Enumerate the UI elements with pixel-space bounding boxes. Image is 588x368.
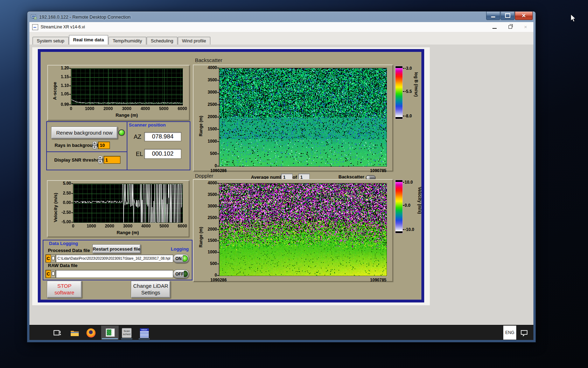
- stop-line2: software: [55, 289, 75, 296]
- ascope-x-tick: 2000: [100, 106, 116, 111]
- background-controls-box: Renew background now Rays in background …: [46, 121, 127, 152]
- off-led-icon: [184, 271, 188, 277]
- doppler-y-tick: 500: [200, 261, 217, 266]
- doppler-x-start: 1090286: [210, 278, 227, 282]
- backscatter-heatmap: [219, 68, 387, 167]
- app-close-button[interactable]: ×: [524, 24, 527, 29]
- maximize-icon: [505, 13, 510, 18]
- tab-strip: System setup Real time data Temp/humidit…: [29, 32, 533, 45]
- doppler-y-tick: 3000: [200, 204, 217, 209]
- snr-spinner[interactable]: [98, 156, 103, 164]
- processed-drive-box[interactable]: C: [46, 254, 51, 263]
- velocity-y-tick: 2.50: [54, 191, 71, 196]
- app-restore-button[interactable]: [509, 25, 512, 29]
- backscatter-title: Backscatter: [195, 57, 222, 63]
- file-explorer-button[interactable]: [69, 328, 81, 338]
- processed-browse-icon[interactable]: [51, 254, 56, 263]
- windows-taskbar: Scansched WEEK ENG: [29, 325, 533, 340]
- scan-scheduler-icon: Scansched: [122, 328, 132, 338]
- doppler-heatmap: [219, 183, 387, 276]
- app-minimize-button[interactable]: [492, 28, 497, 29]
- velocity-x-axis-label: Range (m): [103, 230, 152, 235]
- app-titlebar[interactable]: StreamLine XR v14-6.vi ×: [29, 22, 533, 32]
- tab-system-setup[interactable]: System setup: [33, 37, 69, 45]
- rdp-close-button[interactable]: ✕: [515, 12, 533, 20]
- language-indicator[interactable]: ENG: [503, 326, 516, 340]
- app-window-controls: ×: [492, 24, 527, 29]
- backscatter-colorbar-tick: -8.0: [405, 114, 412, 118]
- notification-center-button[interactable]: [520, 329, 528, 338]
- backscatter-y-tick: 3000: [200, 90, 217, 95]
- ascope-x-tick: 3000: [119, 106, 134, 111]
- raw-browse-icon[interactable]: [51, 270, 56, 278]
- ascope-x-tick: 4000: [138, 106, 153, 111]
- renew-background-button[interactable]: Renew background now: [51, 127, 118, 139]
- backscatter-colorbar-tick: -3.0: [405, 66, 412, 71]
- stop-line1: STOP: [57, 283, 72, 289]
- backscatter-toggle-label: Backscatter: [338, 174, 364, 179]
- on-led-icon: [183, 255, 188, 262]
- remote-desktop-window: 192.168.0.122 - Remote Desktop Connectio…: [27, 11, 536, 342]
- week-schedule-icon: WEEK: [140, 328, 149, 338]
- snr-value-field[interactable]: 1: [104, 156, 120, 164]
- backscatter-x-start: 1090286: [210, 168, 227, 173]
- rdp-maximize-button[interactable]: [500, 12, 514, 20]
- stop-software-button[interactable]: STOP software: [47, 281, 82, 298]
- labview-vi-icon: [32, 24, 38, 30]
- close-icon: ✕: [522, 13, 526, 18]
- rays-in-background-label: Rays in background: [55, 143, 98, 148]
- rdp-client-area: StreamLine XR v14-6.vi × System setup Re…: [29, 22, 533, 340]
- restart-processed-file-button[interactable]: Restart processed file: [92, 244, 141, 253]
- velocity-y-tick: 0.00: [54, 200, 71, 205]
- rdp-minimize-button[interactable]: [486, 12, 500, 20]
- processed-logging-on-button[interactable]: ON: [173, 254, 189, 263]
- rdp-titlebar[interactable]: 192.168.0.122 - Remote Desktop Connectio…: [27, 12, 536, 22]
- scan-scheduler-running-indicator: [121, 339, 132, 339]
- firefox-button[interactable]: [85, 328, 97, 338]
- scan-scheduler-button[interactable]: Scansched: [120, 328, 134, 338]
- tab-temp-humidity[interactable]: Temp/humidity: [108, 37, 146, 45]
- raw-path-field[interactable]: [56, 270, 173, 278]
- backscatter-y-tick: 1500: [200, 127, 217, 131]
- doppler-y-tick: 4000: [200, 180, 217, 185]
- processed-path-field[interactable]: C:\Lidar\Data\Proc\2023\202309\20230917\…: [56, 254, 173, 263]
- file-explorer-icon: [70, 329, 79, 337]
- ascope-plot-area: [71, 68, 183, 105]
- tab-real-time-data[interactable]: Real time data: [69, 35, 108, 45]
- ascope-graph: A-scope Range (m) 1.201.151.101.050.9901…: [47, 65, 190, 121]
- tab-scheduling[interactable]: Scheduling: [147, 37, 177, 45]
- backscatter-y-tick: 1000: [200, 139, 217, 144]
- tab-wind-profile[interactable]: Wind profile: [178, 37, 210, 45]
- doppler-colorbar-label: Velocity (m/s): [417, 187, 422, 232]
- processed-data-file-label: Processed Data file: [48, 248, 90, 253]
- doppler-y-tick: 2000: [200, 227, 217, 232]
- streamline-app-icon: [106, 328, 115, 337]
- rdp-window-controls: ✕: [486, 12, 533, 20]
- raw-drive-box[interactable]: C: [46, 270, 51, 278]
- az-label: AZ: [134, 134, 141, 141]
- backscatter-y-tick: 2000: [200, 114, 217, 119]
- doppler-y-tick: 1000: [200, 250, 217, 254]
- raw-logging-off-button[interactable]: OFF: [173, 270, 189, 278]
- backscatter-colorbar-label: log B (/m/sr): [414, 72, 419, 118]
- data-logging-box: Data Logging Processed Data file Restart…: [43, 240, 192, 280]
- app-window-title: StreamLine XR v14-6.vi: [41, 25, 85, 29]
- logging-label: Logging: [171, 246, 189, 252]
- week-schedule-button[interactable]: WEEK: [137, 328, 151, 338]
- ascope-x-tick: 0: [63, 106, 79, 111]
- rays-spinner[interactable]: [92, 141, 97, 150]
- change-lidar-settings-button[interactable]: Change LiDAR Settings: [131, 281, 170, 298]
- doppler-y-tick: 2500: [200, 215, 217, 220]
- backscatter-y-axis-label: Range (m): [198, 105, 203, 136]
- ascope-y-tick: 1.05: [52, 91, 69, 96]
- rays-value-field[interactable]: 10: [98, 142, 110, 149]
- backscatter-x-end: 1090785: [351, 168, 386, 173]
- backscatter-y-tick: 3500: [200, 77, 217, 82]
- ascope-x-axis-label: Range (m): [102, 113, 151, 118]
- doppler-y-tick: 1500: [200, 238, 217, 243]
- velocity-y-tick: 5.00: [54, 181, 71, 186]
- backscatter-y-tick: 4000: [200, 65, 217, 70]
- firefox-icon: [86, 328, 96, 338]
- task-view-button[interactable]: [51, 328, 64, 338]
- streamline-taskbar-button[interactable]: [101, 326, 119, 340]
